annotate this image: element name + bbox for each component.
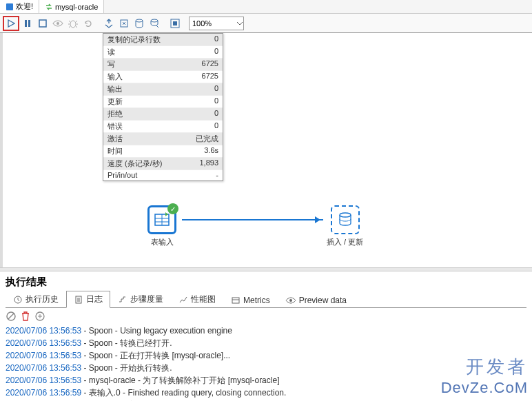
svg-rect-21 — [232, 298, 239, 303]
log-cancel-icon[interactable] — [6, 311, 17, 322]
tab-label: 欢迎! — [16, 1, 33, 12]
explore-icon — [150, 19, 159, 28]
play-icon — [7, 19, 15, 28]
tab-log[interactable]: 日志 — [66, 291, 110, 308]
node-label: 表输入 — [147, 237, 176, 247]
metrics-icon — [231, 296, 241, 305]
replay-button[interactable] — [81, 17, 95, 30]
table-input-icon — [153, 211, 171, 229]
node-insert-update[interactable]: 插入 / 更新 — [327, 205, 363, 247]
result-tabs: 执行历史 日志 步骤度量 性能图 Metrics Preview data — [6, 291, 526, 308]
node-box: ✓ — [147, 205, 176, 234]
stop-icon — [39, 19, 47, 28]
eye-icon — [52, 19, 63, 28]
log-toolbar — [6, 308, 526, 325]
sql-icon — [134, 19, 144, 28]
stats-row: 拒绝0 — [103, 108, 223, 121]
stats-row: 速度 (条记录/秒)1,893 — [103, 158, 223, 170]
stats-row: 激活已完成 — [103, 133, 223, 145]
step-metrics-icon — [118, 295, 127, 305]
preview-button[interactable] — [51, 17, 65, 30]
svg-point-23 — [289, 299, 292, 302]
results-title: 执行结果 — [6, 276, 526, 289]
tab-mysql-oracle[interactable]: mysql-oracle — [39, 0, 104, 13]
tab-welcome[interactable]: 欢迎! — [0, 0, 39, 13]
svg-point-7 — [136, 19, 143, 22]
svg-point-5 — [70, 21, 76, 28]
toolbar — [0, 14, 532, 33]
tab-exec-history[interactable]: 执行历史 — [6, 291, 66, 307]
sql-button[interactable] — [132, 17, 146, 30]
zoom-dropdown[interactable] — [233, 17, 247, 30]
explore-button[interactable] — [147, 17, 161, 30]
tab-label: mysql-oracle — [55, 3, 98, 11]
log-icon — [74, 295, 83, 305]
stats-row: 复制的记录行数0 — [103, 34, 223, 46]
svg-point-4 — [57, 22, 59, 25]
tab-metrics[interactable]: Metrics — [223, 293, 278, 307]
svg-rect-3 — [39, 20, 46, 27]
log-line: 2020/07/06 13:56:53 - Spoon - 开始执行转换. — [6, 362, 526, 374]
svg-point-15 — [340, 213, 351, 217]
eye-icon — [285, 296, 296, 305]
svg-rect-0 — [6, 3, 13, 10]
debug-button[interactable] — [66, 17, 80, 30]
log-delete-icon[interactable] — [21, 311, 30, 322]
stats-row: Pri/in/out- — [103, 170, 223, 181]
stats-row: 错误0 — [103, 121, 223, 133]
verify-button[interactable] — [102, 17, 116, 30]
tab-preview-data[interactable]: Preview data — [278, 293, 354, 307]
svg-rect-10 — [173, 21, 177, 25]
svg-point-8 — [151, 19, 158, 22]
log-line: 2020/07/06 13:56:59 - 表输入.0 - Finished r… — [6, 387, 526, 399]
stats-row: 时间3.6s — [103, 145, 223, 158]
log-line: 2020/07/06 13:56:53 - Spoon - 正在打开转换 [my… — [6, 349, 526, 362]
impact-button[interactable] — [117, 17, 131, 30]
replay-icon — [83, 19, 93, 28]
stats-row: 读0 — [103, 46, 223, 59]
log-line: 2020/07/06 13:56:53 - Spoon - Using lega… — [6, 325, 526, 337]
log-output[interactable]: 2020/07/06 13:56:53 - Spoon - Using lega… — [6, 325, 526, 401]
results-panel: 执行结果 执行历史 日志 步骤度量 性能图 Metrics Preview da… — [0, 271, 532, 401]
svg-rect-1 — [25, 20, 27, 27]
hop-arrow[interactable] — [182, 219, 323, 220]
log-line: 2020/07/06 13:56:53 - mysql-oracle - 为了转… — [6, 374, 526, 387]
tab-perf-chart[interactable]: 性能图 — [171, 291, 223, 307]
stats-row: 写6725 — [103, 59, 223, 71]
stats-panel: 复制的记录行数0 读0 写6725 输入6725 输出0 更新0 拒绝0 错误0… — [103, 33, 223, 181]
node-box — [331, 205, 360, 234]
verify-icon — [104, 19, 114, 28]
welcome-icon — [6, 3, 14, 11]
history-icon — [13, 295, 23, 305]
tab-step-metrics[interactable]: 步骤度量 — [110, 291, 171, 307]
bug-icon — [68, 19, 78, 28]
run-button[interactable] — [3, 16, 19, 31]
log-settings-icon[interactable] — [34, 311, 45, 322]
results-icon — [170, 19, 180, 28]
show-results-button[interactable] — [168, 17, 182, 30]
editor-tabs: 欢迎! mysql-oracle — [0, 0, 532, 14]
success-badge: ✓ — [167, 203, 178, 214]
chart-icon — [178, 295, 188, 305]
node-label: 插入 / 更新 — [327, 237, 363, 247]
stats-row: 输入6725 — [103, 71, 223, 83]
log-line: 2020/07/06 13:56:53 - Spoon - 转换已经打开. — [6, 337, 526, 349]
stats-row: 输出0 — [103, 83, 223, 96]
pause-button[interactable] — [21, 17, 34, 30]
database-icon — [336, 211, 354, 229]
svg-rect-2 — [28, 20, 30, 27]
pause-icon — [23, 19, 32, 28]
stats-row: 更新0 — [103, 96, 223, 108]
chevron-down-icon — [236, 21, 243, 25]
node-table-input[interactable]: ✓ 表输入 — [147, 205, 176, 247]
canvas[interactable]: 复制的记录行数0 读0 写6725 输入6725 输出0 更新0 拒绝0 错误0… — [0, 33, 532, 267]
stop-button[interactable] — [36, 17, 50, 30]
transform-icon — [45, 3, 53, 11]
svg-line-25 — [8, 313, 14, 319]
impact-icon — [119, 19, 129, 28]
